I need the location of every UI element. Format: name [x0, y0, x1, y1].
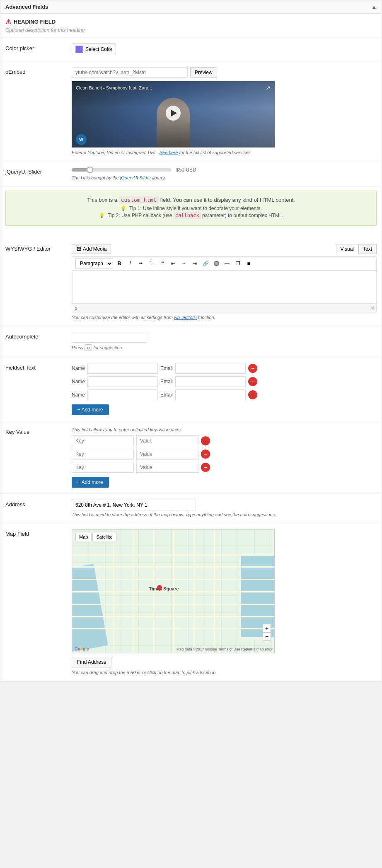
panel-toggle-icon[interactable]: ▲ [371, 4, 377, 10]
bold-button[interactable]: B [115, 259, 124, 268]
add-media-button[interactable]: 🖼 Add Media [72, 244, 111, 254]
address-input[interactable] [72, 500, 196, 510]
autocomplete-content: Press o for suggestion. [72, 332, 377, 351]
play-button[interactable] [166, 106, 181, 121]
map-location-label: Times Square [149, 586, 179, 591]
wysiwyg-format-bar: Paragraph B I •• 1. ❝ ⇤ ↔ ⇥ 🔗 🔘 ― ❐ ■ [72, 257, 376, 271]
slider-track[interactable] [72, 168, 171, 172]
format-select[interactable]: Paragraph [75, 259, 113, 268]
kv-remove-btn-1[interactable]: − [201, 436, 210, 445]
oembed-label: oEmbed [5, 67, 72, 75]
map-hint: You can drag and drop the marker or clic… [72, 670, 377, 675]
wp-editor-link[interactable]: wp_editor() [174, 315, 197, 320]
wysiwyg-editor-area[interactable] [72, 271, 376, 304]
map-road-v2 [133, 530, 134, 653]
unordered-list-button[interactable]: •• [136, 259, 145, 268]
map-marker [157, 585, 162, 592]
map-water-left [72, 564, 108, 652]
fieldset-email-input-2[interactable] [175, 376, 246, 387]
oembed-hint-link[interactable]: See here [160, 150, 178, 155]
fieldset-row-3: Name Email − [72, 389, 377, 400]
wysiwyg-content: 🖼 Add Media Visual Text Paragraph B I ••… [72, 244, 377, 320]
horizontal-rule-button[interactable]: ― [222, 259, 232, 268]
address-content: This field is used to store the address … [72, 500, 377, 517]
map-copyright: Map data ©2017 Google Terms of Use Repor… [176, 647, 273, 651]
map-field-content: Times Square Map Satellite + − [72, 529, 377, 675]
ordered-list-button[interactable]: 1. [147, 259, 156, 268]
key-value-row: Key Value This field allows you to enter… [0, 421, 382, 494]
oembed-input[interactable] [72, 67, 188, 78]
kv-remove-btn-2[interactable]: − [201, 450, 210, 459]
video-play-area [72, 106, 275, 121]
fieldset-remove-btn-2[interactable]: − [248, 377, 257, 386]
resize-handle[interactable]: ⇲ [370, 305, 374, 311]
fieldset-name-label-2: Name [72, 379, 85, 384]
find-address-button[interactable]: Find Address [72, 657, 111, 667]
heading-field-row: ⚠ HEADING FIELD Optional description for… [0, 14, 382, 38]
autocomplete-input[interactable] [72, 332, 146, 343]
map-background: Times Square [72, 530, 274, 653]
fieldset-remove-btn-3[interactable]: − [248, 390, 257, 399]
custom-html-code: custom_html [119, 196, 159, 203]
slider-thumb[interactable] [87, 167, 93, 173]
editor-hint: You can customize the editor with all se… [72, 315, 377, 320]
map-tab-btn[interactable]: Map [75, 533, 92, 541]
fieldset-email-input-3[interactable] [175, 389, 246, 400]
editor-path: p [75, 306, 77, 311]
preview-button[interactable]: Preview [190, 67, 217, 78]
zoom-out-button[interactable]: − [263, 632, 271, 641]
panel-header: Advanced Fields ▲ [0, 0, 382, 14]
map-field-label: Map Field [5, 529, 72, 537]
color-picker-button[interactable]: Select Color [72, 44, 116, 55]
unlink-button[interactable]: 🔘 [212, 259, 221, 268]
color-picker-btn-label: Select Color [85, 46, 112, 52]
fieldset-name-label-3: Name [72, 392, 85, 398]
map-controls: Map Satellite [75, 533, 116, 541]
fieldset-name-label-1: Name [72, 365, 85, 371]
align-center-button[interactable]: ↔ [179, 259, 189, 268]
tab-visual[interactable]: Visual [336, 244, 358, 254]
map-container[interactable]: Times Square Map Satellite + − [72, 529, 275, 653]
kv-key-input-1[interactable] [72, 435, 134, 446]
satellite-tab-btn[interactable]: Satellite [92, 533, 116, 541]
fieldset-email-input-1[interactable] [175, 363, 246, 374]
jquery-slider-link[interactable]: jQueryUI Slider [120, 175, 151, 180]
video-title-bar: Clean Bandit - Symphony feat. Zara... ↗ [72, 81, 275, 94]
video-title: Clean Bandit - Symphony feat. Zara... [76, 85, 152, 90]
align-left-button[interactable]: ⇤ [169, 259, 178, 268]
table-button[interactable]: ■ [244, 259, 253, 268]
fieldset-name-input-3[interactable] [87, 389, 158, 400]
editor-wrapper: Paragraph B I •• 1. ❝ ⇤ ↔ ⇥ 🔗 🔘 ― ❐ ■ [72, 256, 377, 312]
kv-value-input-3[interactable] [136, 462, 198, 473]
map-road-v5 [193, 530, 195, 653]
map-zoom-controls: + − [263, 624, 271, 641]
video-embed: Clean Bandit - Symphony feat. Zara... ↗ … [72, 81, 275, 147]
blockquote-button[interactable]: ❝ [158, 259, 167, 268]
fieldset-email-label-3: Email [160, 392, 173, 398]
kv-key-input-2[interactable] [72, 449, 134, 459]
color-picker-label: Color picker [5, 44, 72, 51]
fieldset-remove-btn-1[interactable]: − [248, 364, 257, 373]
oembed-input-row: Preview [72, 67, 377, 78]
play-icon [171, 110, 177, 116]
link-button[interactable]: 🔗 [201, 259, 210, 268]
fieldset-name-input-2[interactable] [87, 376, 158, 387]
kv-remove-btn-3[interactable]: − [201, 463, 210, 472]
video-overlay: Clean Bandit - Symphony feat. Zara... ↗ … [72, 81, 275, 147]
zoom-in-button[interactable]: + [263, 624, 271, 632]
kv-value-input-1[interactable] [136, 435, 198, 446]
kv-key-input-3[interactable] [72, 462, 134, 473]
wysiwyg-row: WYSIWYG / Editor 🖼 Add Media Visual Text… [0, 238, 382, 326]
align-right-button[interactable]: ⇥ [190, 259, 199, 268]
tab-text[interactable]: Text [358, 244, 377, 254]
panel-title: Advanced Fields [5, 4, 48, 10]
kv-add-more-button[interactable]: + Add more [72, 477, 109, 488]
address-label: Address [5, 500, 72, 508]
fieldset-row-1: Name Email − [72, 363, 377, 374]
video-bottom-bar: W [72, 132, 275, 147]
fullscreen-button[interactable]: ❐ [233, 259, 242, 268]
kv-value-input-2[interactable] [136, 449, 198, 459]
fieldset-add-more-button[interactable]: + Add more [72, 404, 109, 415]
fieldset-name-input-1[interactable] [87, 363, 158, 374]
italic-button[interactable]: I [126, 259, 135, 268]
